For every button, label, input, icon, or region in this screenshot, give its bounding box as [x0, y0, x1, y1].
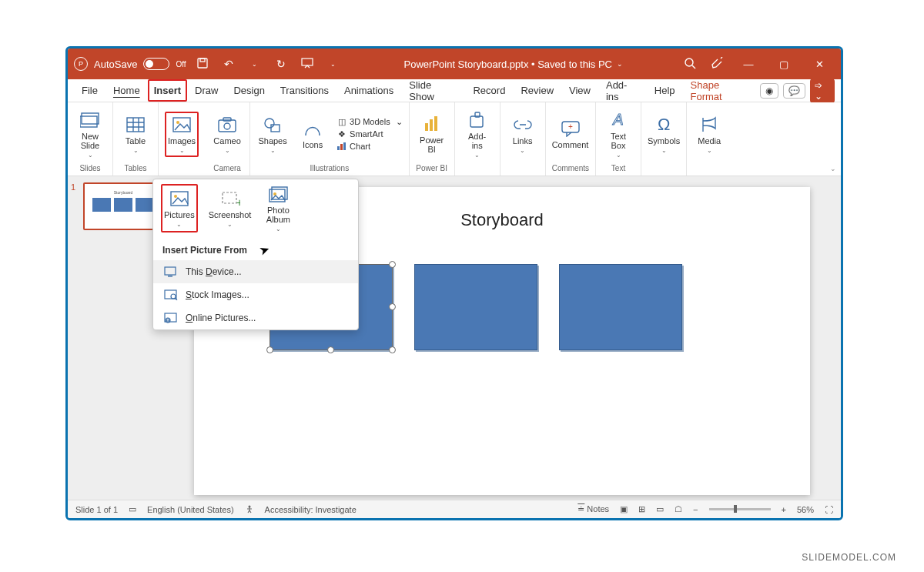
zoom-out-button[interactable]: − [693, 505, 698, 514]
autosave-state: Off [176, 60, 186, 69]
svg-rect-2 [302, 59, 313, 65]
online-pictures-label: Online Pictures... [186, 313, 256, 323]
tab-file[interactable]: File [74, 79, 105, 102]
screenshot-button[interactable]: + Screenshot⌄ [209, 184, 252, 232]
pictures-button[interactable]: Pictures⌄ [161, 184, 198, 232]
images-dropdown: Pictures⌄ + Screenshot⌄ Photo Album⌄ Ins… [152, 179, 359, 330]
svg-rect-1 [200, 59, 205, 62]
powerbi-icon [422, 114, 442, 134]
sorter-view-icon[interactable]: ⊞ [638, 504, 645, 514]
photoalbum-button[interactable]: Photo Album⌄ [262, 184, 294, 232]
rectangle-3[interactable] [559, 264, 682, 350]
tab-animations[interactable]: Animations [336, 79, 401, 102]
reading-view-icon[interactable]: ▭ [656, 504, 664, 514]
qat-more-icon[interactable]: ⌄ [323, 61, 343, 68]
media-button[interactable]: Media⌄ [693, 115, 725, 154]
fit-window-icon[interactable]: ⛶ [825, 505, 833, 514]
svg-point-13 [176, 121, 179, 124]
links-button[interactable]: Links⌄ [507, 115, 539, 154]
this-device-item[interactable]: This Device... [153, 260, 358, 283]
table-button[interactable]: Table⌄ [119, 115, 152, 154]
share-button[interactable]: ➩ ⌄ [810, 79, 835, 103]
svg-rect-7 [127, 118, 144, 132]
new-slide-icon [80, 110, 100, 130]
zoom-in-button[interactable]: + [782, 505, 786, 514]
record-button[interactable]: ◉ [760, 83, 778, 99]
minimize-button[interactable]: — [738, 59, 759, 70]
3dmodels-button[interactable]: ◫3D Models⌄ [336, 116, 403, 127]
status-bar: Slide 1 of 1 ▭ English (United States) A… [68, 500, 841, 518]
svg-rect-22 [340, 144, 343, 150]
images-button[interactable]: Images⌄ [165, 112, 199, 157]
maximize-button[interactable]: ▢ [773, 59, 795, 70]
comment-button[interactable]: + Comment [552, 119, 589, 149]
search-icon[interactable] [684, 57, 696, 72]
stock-images-label: Stock Images... [186, 289, 249, 300]
svg-rect-0 [198, 59, 207, 68]
symbols-icon: Ω [654, 115, 674, 135]
tab-record[interactable]: Record [465, 79, 513, 102]
thumb-index: 1 [71, 182, 75, 192]
chart-icon [336, 141, 347, 152]
svg-text:+: + [236, 196, 240, 207]
slide-thumbnail-1[interactable]: Storyboard [83, 182, 163, 230]
tab-insert[interactable]: Insert [148, 79, 187, 102]
images-icon [172, 115, 192, 135]
chart-button[interactable]: Chart [336, 141, 403, 152]
tab-home[interactable]: Home [105, 79, 148, 102]
normal-view-icon[interactable]: ▣ [620, 504, 628, 514]
comment-icon: + [561, 119, 581, 139]
notes-button[interactable]: ≐ Notes [578, 504, 609, 514]
app-icon: P [74, 57, 88, 71]
new-slide-button[interactable]: New Slide⌄ [74, 110, 106, 159]
textbox-button[interactable]: A Text Box⌄ [602, 110, 634, 159]
cameo-button[interactable]: Cameo⌄ [211, 115, 243, 154]
attribution-text: SLIDEMODEL.COM [802, 552, 896, 563]
ribbon: New Slide⌄ Slides Table⌄ Tables Images⌄ [68, 102, 841, 176]
autosave-toggle[interactable] [143, 58, 169, 70]
share-nav-icon[interactable] [710, 57, 724, 72]
undo-dropdown-icon[interactable]: ⌄ [245, 61, 265, 68]
redo-icon[interactable]: ↻ [271, 58, 291, 70]
ribbon-collapse-icon[interactable]: ⌄ [830, 165, 836, 172]
addins-button[interactable]: Add- ins⌄ [461, 110, 494, 159]
smartart-button[interactable]: ❖SmartArt [336, 129, 403, 139]
spell-icon[interactable]: ▭ [129, 504, 136, 514]
tab-shapeformat[interactable]: Shape Format [683, 79, 760, 102]
table-label: Table [126, 136, 146, 146]
rectangle-2[interactable] [414, 264, 537, 350]
tab-transitions[interactable]: Transitions [273, 79, 336, 102]
online-pictures-item[interactable]: Online Pictures... [153, 306, 358, 329]
save-icon[interactable] [192, 57, 213, 72]
close-button[interactable]: ✕ [808, 59, 830, 70]
tab-view[interactable]: View [561, 79, 598, 102]
tab-review[interactable]: Review [513, 79, 561, 102]
icons-button[interactable]: Icons [296, 119, 329, 149]
svg-rect-23 [343, 142, 346, 150]
svg-rect-27 [470, 116, 483, 127]
tab-addins[interactable]: Add-ins [598, 79, 647, 102]
language-status[interactable]: English (United States) [147, 505, 234, 514]
title-bar: P AutoSave Off ↶ ⌄ ↻ ⌄ PowerPoint Storyb… [68, 49, 841, 79]
title-dropdown-icon[interactable]: ⌄ [617, 60, 623, 68]
comments-button[interactable]: 💬 [783, 83, 805, 99]
slideshow-view-icon[interactable]: ☖ [675, 504, 682, 514]
group-label-tables: Tables [119, 162, 152, 172]
accessibility-status[interactable]: Accessibility: Investigate [265, 505, 357, 514]
symbols-button[interactable]: Ω Symbols⌄ [648, 115, 680, 154]
zoom-level[interactable]: 56% [797, 505, 814, 514]
tab-help[interactable]: Help [647, 79, 683, 102]
tab-design[interactable]: Design [226, 79, 272, 102]
svg-rect-16 [223, 118, 231, 121]
slideshow-start-icon[interactable] [297, 58, 317, 71]
slide-counter: Slide 1 of 1 [75, 505, 118, 514]
shapes-button[interactable]: Shapes⌄ [256, 115, 289, 154]
tab-slideshow[interactable]: Slide Show [401, 79, 465, 102]
powerbi-button[interactable]: Power BI [416, 114, 448, 154]
tab-draw[interactable]: Draw [187, 79, 226, 102]
stock-images-item[interactable]: Stock Images... [153, 283, 358, 306]
accessibility-icon[interactable] [245, 504, 254, 515]
undo-icon[interactable]: ↶ [219, 58, 239, 70]
zoom-slider[interactable] [709, 508, 771, 510]
cube-icon: ◫ [336, 116, 347, 127]
